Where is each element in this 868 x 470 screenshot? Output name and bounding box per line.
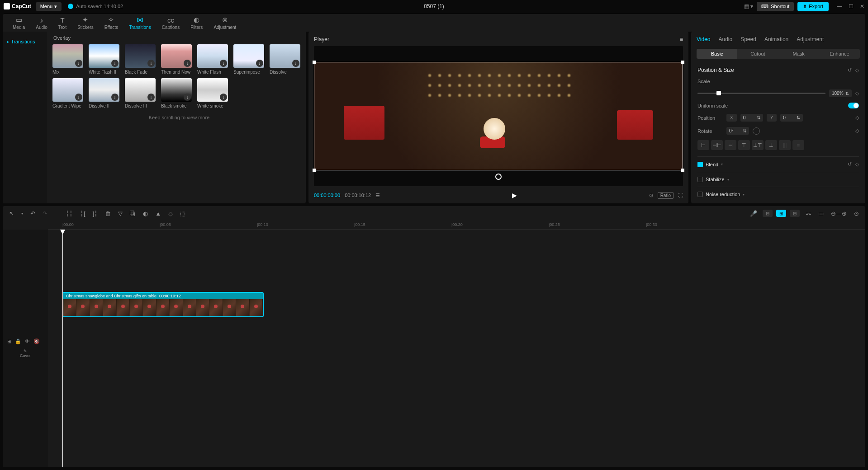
resize-handle[interactable] (681, 169, 684, 172)
scale-slider[interactable] (697, 93, 825, 94)
ratio-button[interactable]: Ratio (658, 192, 674, 199)
download-icon[interactable]: ↓ (75, 60, 82, 67)
transition-item[interactable]: ↓White Flash (197, 44, 228, 75)
redo-button[interactable]: ↷ (41, 209, 49, 218)
export-button[interactable]: ⬆ Export (797, 2, 829, 11)
undo-button[interactable]: ↶ (28, 209, 37, 218)
inspector-subtab-cutout[interactable]: Cutout (737, 49, 778, 59)
resize-handle[interactable] (313, 169, 316, 172)
inspector-tab-animation[interactable]: Animation (764, 36, 788, 45)
stabilize-checkbox[interactable] (697, 177, 703, 182)
inspector-tab-video[interactable]: Video (697, 36, 710, 45)
inspector-tab-audio[interactable]: Audio (718, 36, 732, 45)
align-left-button[interactable]: ⊢ (697, 140, 709, 150)
download-icon[interactable]: ↓ (292, 60, 299, 67)
transition-item[interactable]: ↓Mix (52, 44, 83, 75)
snap-toggle-2[interactable]: ⊞ (776, 210, 786, 217)
focus-icon[interactable]: ⊙ (649, 193, 653, 198)
minimize-button[interactable]: — (837, 3, 842, 9)
tab-text[interactable]: TText (53, 15, 72, 31)
snap-toggle-3[interactable]: ⊟ (790, 210, 800, 217)
transition-item[interactable]: ↓Black Fade (125, 44, 156, 75)
distribute-h-button[interactable]: ||| (779, 140, 791, 150)
transition-item[interactable]: ↓Dissolve III (125, 78, 156, 108)
download-icon[interactable]: ↓ (184, 94, 191, 101)
inspector-subtab-enhance[interactable]: Enhance (819, 49, 860, 59)
scale-value-input[interactable]: 100%⇅ (829, 89, 852, 97)
align-bottom-button[interactable]: ⊥ (765, 140, 777, 150)
tab-adjustment[interactable]: ⊜Adjustment (208, 15, 242, 31)
resize-handle[interactable] (313, 61, 316, 64)
position-x-input[interactable]: 0⇅ (740, 114, 763, 122)
download-icon[interactable]: ↓ (111, 60, 119, 67)
transition-item[interactable]: ↓White smoke (197, 78, 228, 108)
split-right-tool[interactable]: ]╎ (91, 209, 100, 218)
tab-media[interactable]: ▭Media (7, 15, 30, 31)
position-y-input[interactable]: 0⇅ (780, 114, 803, 122)
zoom-out-button[interactable]: ⊖—⊕ (829, 209, 849, 218)
player-menu-icon[interactable]: ≡ (680, 36, 683, 42)
noise-reduction-checkbox[interactable] (697, 192, 703, 197)
transition-item[interactable]: ↓White Flash II (89, 44, 119, 75)
maximize-button[interactable]: ☐ (849, 3, 854, 9)
align-center-h-button[interactable]: ⊣⊢ (711, 140, 723, 150)
list-icon[interactable]: ☰ (375, 193, 380, 198)
transition-item[interactable]: ↓Dissolve II (89, 78, 119, 108)
keyframe-icon[interactable]: ◇ (855, 67, 859, 73)
tab-stickers[interactable]: ✦Stickers (72, 15, 99, 31)
chevron-down-icon[interactable]: ▾ (727, 178, 729, 182)
video-clip[interactable]: Christmas snowglobe and Christmas gifts … (62, 292, 264, 317)
inspector-subtab-mask[interactable]: Mask (778, 49, 819, 59)
copy-tool[interactable]: ⿻ (128, 209, 138, 218)
download-icon[interactable]: ↓ (256, 60, 263, 67)
tab-effects[interactable]: ✧Effects (99, 15, 123, 31)
cover-button[interactable]: ✎ Cover (3, 346, 48, 361)
distribute-v-button[interactable]: ≡ (792, 140, 804, 150)
align-center-v-button[interactable]: ⊥⊤ (752, 140, 764, 150)
download-icon[interactable]: ↓ (220, 94, 227, 101)
download-icon[interactable]: ↓ (184, 60, 191, 67)
blend-checkbox[interactable] (697, 162, 703, 167)
link-tool[interactable]: ⫘ (803, 209, 813, 218)
layout-icon[interactable]: ▦ ▾ (744, 3, 753, 9)
rotate-dial[interactable] (753, 127, 760, 135)
tab-transitions[interactable]: ⋈Transitions (123, 15, 157, 31)
menu-button[interactable]: Menu ▾ (36, 2, 62, 11)
tool-dropdown[interactable]: ▾ (19, 211, 25, 216)
resize-handle[interactable] (681, 61, 684, 64)
tab-filters[interactable]: ◐Filters (185, 15, 208, 31)
align-right-button[interactable]: ⊣ (725, 140, 736, 150)
download-icon[interactable]: ↓ (220, 60, 227, 67)
lock-icon[interactable]: 🔒 (15, 338, 21, 344)
selection-tool[interactable]: ↖ (7, 209, 16, 218)
visibility-icon[interactable]: 👁 (25, 338, 30, 344)
marker-tool[interactable]: ▽ (116, 209, 124, 218)
delete-tool[interactable]: 🗑 (103, 209, 113, 218)
snap-toggle-1[interactable]: ⊟ (763, 210, 773, 217)
download-icon[interactable]: ↓ (147, 94, 155, 101)
reset-icon[interactable]: ↺ (848, 67, 852, 73)
rotate-handle[interactable] (495, 174, 502, 180)
fit-button[interactable]: ⊙ (852, 209, 861, 218)
timeline-ruler[interactable]: |00:00|00:05|00:10|00:15|00:20|00:25|00:… (48, 221, 865, 230)
transition-item[interactable]: ↓Gradient Wipe (52, 78, 83, 108)
chevron-down-icon[interactable]: ▾ (743, 193, 745, 197)
keyframe-icon[interactable]: ◇ (855, 90, 859, 96)
timeline-tracks[interactable]: ⊞ 🔒 👁 🔇 ✎ Cover Christmas snowglobe and … (3, 230, 865, 467)
download-icon[interactable]: ↓ (111, 94, 119, 101)
playhead[interactable] (62, 230, 63, 467)
transition-item[interactable]: ↓Then and Now (161, 44, 192, 75)
mic-icon[interactable]: 🎤 (748, 209, 759, 218)
keyframe-icon[interactable]: ◇ (855, 161, 859, 167)
reset-icon[interactable]: ↺ (848, 161, 852, 167)
track-toggle-icon[interactable]: ⊞ (7, 338, 11, 344)
rotate-input[interactable]: 0°⇅ (726, 127, 749, 135)
align-top-button[interactable]: ⊤ (738, 140, 750, 150)
sidebar-item-transitions[interactable]: Transitions (3, 36, 47, 47)
close-button[interactable]: ✕ (860, 3, 864, 9)
transition-item[interactable]: ↓Black smoke (161, 78, 192, 108)
fullscreen-icon[interactable]: ⛶ (678, 193, 683, 198)
download-icon[interactable]: ↓ (75, 94, 82, 101)
tab-captions[interactable]: ccCaptions (157, 15, 185, 31)
keyframe-icon[interactable]: ◇ (855, 115, 859, 121)
